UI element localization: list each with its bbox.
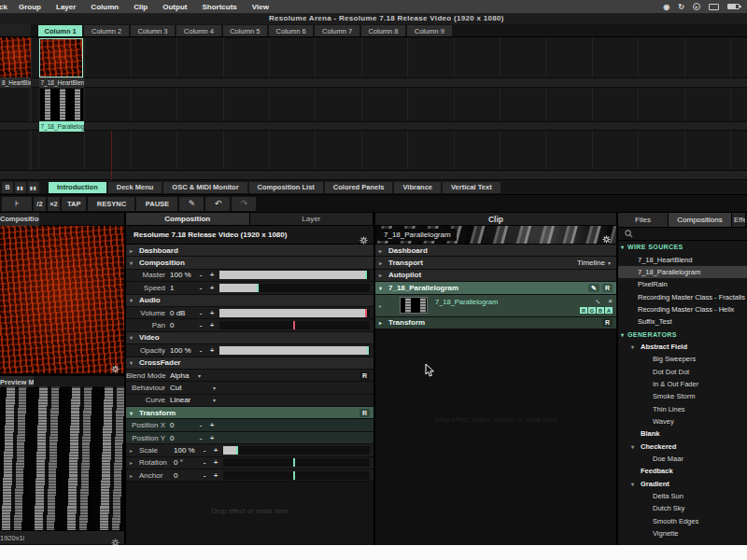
param-value[interactable]: 0 <box>170 421 195 429</box>
opacity-slider[interactable] <box>219 346 370 355</box>
resize-icon[interactable]: ↔ <box>593 296 604 307</box>
composition-monitor-view[interactable] <box>0 226 124 373</box>
group-dashboard[interactable]: ▸Dashboard <box>126 245 374 257</box>
decrement-button[interactable]: - <box>195 284 206 292</box>
browser-item[interactable]: ▾Abstract Field <box>618 341 747 353</box>
pause-button[interactable]: PAUSE <box>136 197 177 211</box>
param-value[interactable]: 0 <box>170 434 195 442</box>
clip-drop-zone[interactable]: Drop effect, video, source or mask here <box>375 329 616 545</box>
menu-item[interactable]: Layer <box>49 0 83 13</box>
increment-button[interactable]: + <box>206 309 218 317</box>
clip-label[interactable]: 7_18_HeartBlend <box>39 77 84 88</box>
browser-item[interactable]: PixelRain <box>618 278 747 290</box>
anchor-slider[interactable] <box>223 471 370 480</box>
clip-grid[interactable]: 8_HeartBlend 7_18_HeartBlend 7_18_Parall… <box>0 37 747 180</box>
group-clip-transform[interactable]: ▸ Transform R <box>375 317 616 329</box>
rotation-slider[interactable] <box>223 458 370 467</box>
browser-item[interactable]: Dot Dot Dot <box>618 365 747 377</box>
close-icon[interactable]: × <box>608 297 613 305</box>
timeline-dropdown[interactable]: Timeline <box>577 259 605 267</box>
record-param-button[interactable]: R <box>359 409 370 417</box>
browser-item[interactable]: 7_18_Parallelogram <box>618 266 747 278</box>
undo-icon[interactable]: ↶ <box>205 197 230 211</box>
increment-button[interactable]: + <box>210 458 221 467</box>
browser-item[interactable]: ▾Checkered <box>618 441 747 453</box>
deck-tab[interactable]: Vibrance <box>394 182 441 193</box>
preview-monitor-view[interactable] <box>0 389 124 530</box>
volume-slider[interactable] <box>219 309 370 317</box>
decrement-button[interactable]: - <box>199 471 210 480</box>
clip-thumbnail[interactable] <box>0 37 31 77</box>
clip-source-section[interactable]: ▾ 7_18_Parallelogram ✎ R <box>375 282 616 294</box>
group-transform[interactable]: ▾TransformR <box>126 407 374 419</box>
group-transport[interactable]: ▸Transport Timeline▾ <box>375 257 616 269</box>
menu-item[interactable]: Group <box>11 0 49 13</box>
column-button[interactable]: Column 7 <box>315 25 359 36</box>
expand-icon[interactable]: ▸ <box>126 459 139 466</box>
increment-button[interactable]: + <box>206 271 218 279</box>
param-value[interactable]: 100 % <box>170 271 195 279</box>
increment-button[interactable]: + <box>206 434 218 442</box>
browser-item[interactable]: Smooth Edges <box>618 515 747 527</box>
panel-divider[interactable] <box>124 213 126 545</box>
deck-next-button[interactable]: ▮▮ <box>28 182 39 193</box>
browser-item[interactable]: Suffix_Test <box>618 315 747 328</box>
clip-label[interactable]: 8_HeartBlend <box>0 77 31 88</box>
browser-item[interactable]: Doe Maar <box>618 453 747 465</box>
menu-item[interactable]: Deck <box>0 0 11 13</box>
param-value[interactable]: 100 % <box>174 446 199 455</box>
resync-button[interactable]: RESYNC <box>88 197 134 211</box>
increment-button[interactable]: + <box>210 471 221 480</box>
pen-icon[interactable]: ✎ <box>179 197 204 211</box>
column-button[interactable]: Column 6 <box>269 25 313 36</box>
increment-button[interactable]: + <box>206 284 218 292</box>
display-icon[interactable] <box>709 4 719 10</box>
record-param-button[interactable]: R <box>602 284 613 292</box>
menu-item[interactable]: Output <box>155 0 194 13</box>
bpm-double-button[interactable]: ×2 <box>48 197 60 211</box>
param-value[interactable]: 0 ° <box>174 458 199 467</box>
tab-clip[interactable]: Clip <box>375 213 616 226</box>
source-thumbnail[interactable] <box>400 297 428 314</box>
clip-label-active[interactable]: 7_18_Parallelogram <box>39 121 84 132</box>
browser-item[interactable]: ▾GENERATORS <box>618 328 747 340</box>
panel-divider[interactable] <box>374 213 375 545</box>
column-button[interactable]: Column 8 <box>361 25 405 36</box>
channel-b-button[interactable]: B <box>597 307 604 314</box>
metronome-icon[interactable]: ⊦ <box>2 197 32 211</box>
browser-item[interactable]: Blank <box>618 427 747 440</box>
expand-icon[interactable]: ▸ <box>126 447 139 454</box>
column-button[interactable]: Column 1 <box>38 25 82 36</box>
edit-pencil-icon[interactable]: ✎ <box>588 284 599 292</box>
browser-item[interactable]: Dutch Sky <box>618 502 747 514</box>
redo-icon[interactable]: ↷ <box>232 197 256 211</box>
increment-button[interactable]: + <box>210 446 221 455</box>
search-input[interactable] <box>618 228 747 241</box>
deck-tab[interactable]: OSC & MIDI Monitor <box>163 182 247 193</box>
tap-button[interactable]: TAP <box>62 197 86 211</box>
column-button[interactable]: Column 5 <box>223 25 267 36</box>
browser-item[interactable]: Smoke Storm <box>618 390 747 402</box>
play-icon[interactable]: ▸ <box>693 3 700 10</box>
channel-r-button[interactable]: R <box>580 307 587 314</box>
chevron-down-icon[interactable]: ▾ <box>608 259 611 266</box>
expand-icon[interactable]: ▸ <box>375 302 388 309</box>
increment-button[interactable]: + <box>206 346 218 355</box>
group-crossfader[interactable]: ▾CrossFader <box>126 357 374 370</box>
gear-icon[interactable] <box>111 534 120 545</box>
speed-slider[interactable] <box>219 284 370 292</box>
param-value[interactable]: 100 % <box>170 346 195 355</box>
deck-prev-button[interactable]: ▮▮ <box>15 182 26 193</box>
group-autopilot[interactable]: ▸Autopilot <box>375 270 616 282</box>
decrement-button[interactable]: - <box>199 446 210 455</box>
column-button[interactable]: Column 2 <box>84 25 128 36</box>
channel-g-button[interactable]: G <box>588 307 596 314</box>
group-audio[interactable]: ▾Audio <box>126 295 374 307</box>
beat-snap-button[interactable]: B <box>2 182 13 193</box>
deck-tab[interactable]: Deck Menu <box>108 182 162 193</box>
composition-monitor-tab[interactable]: Composition Monitor <box>0 213 39 226</box>
menu-item[interactable]: Column <box>83 0 126 13</box>
browser-item[interactable]: Big Sweepers <box>618 353 747 365</box>
browser-item[interactable]: Recording Master Class - Fractalis <box>618 290 747 302</box>
tab-effects[interactable]: Effects <box>732 213 746 227</box>
